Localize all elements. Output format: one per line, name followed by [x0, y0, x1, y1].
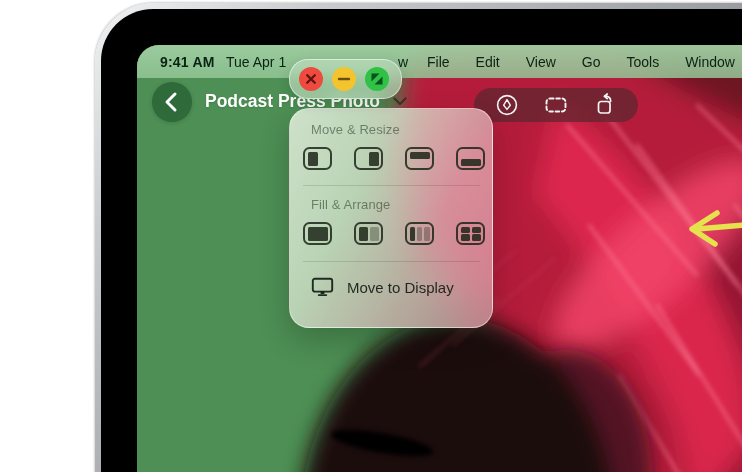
screen: 9:41 AM Tue Apr 1 w File Edit View Go To… [137, 45, 742, 472]
ipad-black-bezel: 9:41 AM Tue Apr 1 w File Edit View Go To… [101, 9, 742, 472]
ipad-bezel: 9:41 AM Tue Apr 1 w File Edit View Go To… [95, 3, 742, 472]
annotation-arrow-left [137, 45, 742, 472]
